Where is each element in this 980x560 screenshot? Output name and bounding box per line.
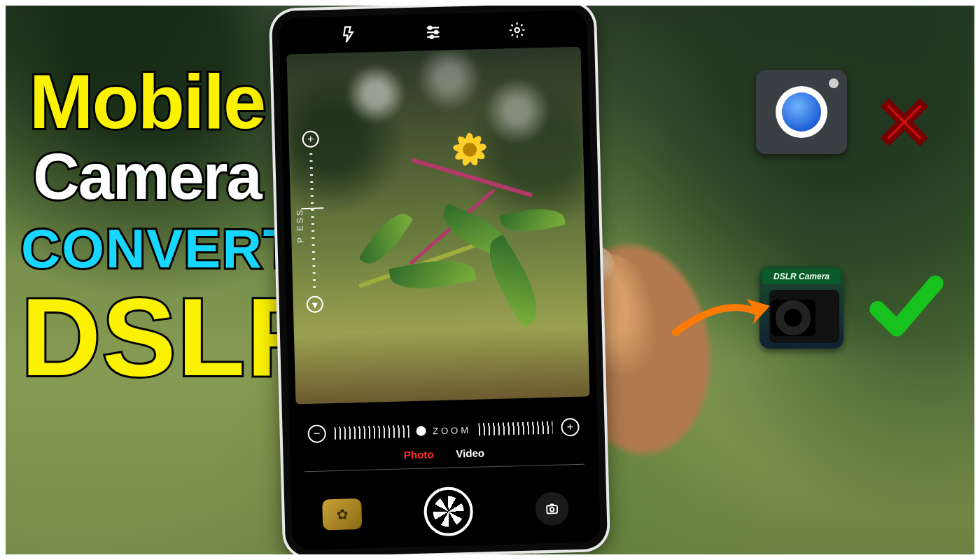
exposure-label: P ESS [295, 208, 305, 243]
text-convert: CONVERT [21, 221, 273, 276]
exposure-down-icon[interactable]: ▾ [307, 295, 324, 313]
mode-selector[interactable]: Photo Video [290, 444, 598, 464]
controls-divider [304, 464, 584, 472]
zoom-ticks[interactable]: ZOOM [334, 421, 552, 440]
adjust-icon[interactable] [424, 23, 442, 45]
zoom-minus-icon[interactable]: − [307, 424, 326, 443]
reject-cross-icon: ✕ [875, 83, 934, 164]
text-dslr: DSLR [21, 281, 273, 392]
gallery-thumbnail[interactable]: ✿ [322, 498, 362, 530]
exposure-plus-icon[interactable]: + [302, 130, 319, 148]
pointer-arrow-icon [672, 294, 770, 346]
switch-camera-button[interactable] [535, 491, 569, 526]
dslr-body-icon [769, 290, 839, 343]
text-mobile: Mobile [21, 63, 273, 140]
zoom-plus-icon[interactable]: + [561, 418, 580, 437]
dslr-app-title: DSLR Camera [762, 269, 841, 284]
default-camera-app-icon [756, 70, 847, 154]
zoom-slider[interactable]: − ZOOM + [307, 418, 580, 443]
plant-flower [449, 130, 489, 169]
camera-top-bar [279, 15, 587, 52]
phone-screen: + ▾ P ESS − ZOOM + Photo Video [279, 10, 601, 550]
dslr-lens-icon [771, 300, 816, 336]
shutter-button[interactable] [424, 486, 474, 537]
zoom-label: ZOOM [433, 424, 471, 435]
mode-video[interactable]: Video [456, 447, 484, 459]
flash-icon[interactable] [340, 25, 358, 47]
shutter-aperture-icon [433, 496, 464, 527]
camera-dot-icon [829, 78, 839, 88]
dslr-camera-app-icon: DSLR Camera [760, 266, 844, 349]
svg-point-3 [514, 28, 519, 33]
camera-lens-icon [782, 92, 821, 132]
svg-rect-4 [547, 505, 557, 513]
settings-gear-icon[interactable] [507, 21, 526, 43]
headline-block: Mobile Camera CONVERT DSLR [21, 63, 273, 392]
exposure-ticks[interactable] [309, 153, 316, 290]
camera-viewfinder[interactable]: + ▾ P ESS [286, 47, 589, 405]
svg-point-5 [550, 507, 554, 512]
text-camera: Camera [21, 144, 273, 209]
zoom-handle[interactable] [416, 426, 426, 436]
phone-frame: + ▾ P ESS − ZOOM + Photo Video [272, 3, 608, 557]
camera-controls: − ZOOM + Photo Video ✿ [289, 402, 601, 550]
camera-lens-ring [776, 86, 827, 138]
mode-photo[interactable]: Photo [404, 448, 434, 461]
accept-check-icon [868, 267, 945, 347]
bottom-bar: ✿ [291, 483, 601, 540]
